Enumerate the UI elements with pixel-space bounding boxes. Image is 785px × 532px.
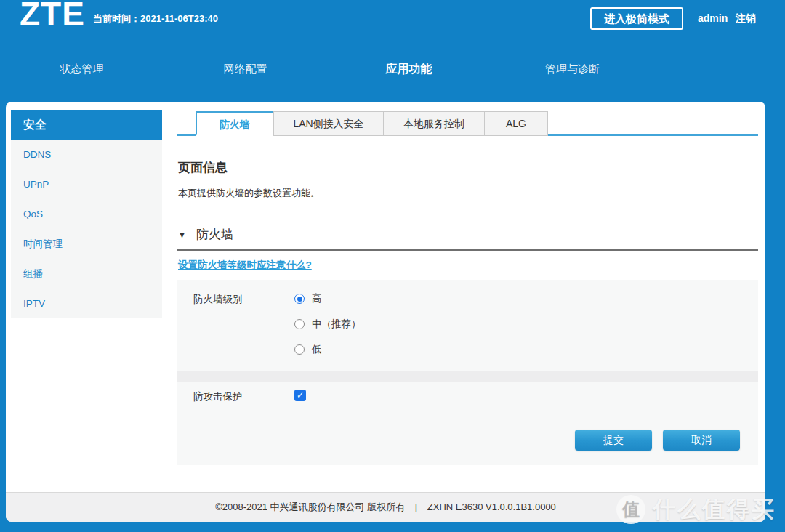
- radio-option-low[interactable]: 低: [294, 343, 361, 356]
- sidebar-item-iptv[interactable]: IPTV: [11, 289, 162, 318]
- collapse-triangle-icon: ▼: [178, 230, 186, 239]
- row-separator: [177, 371, 758, 382]
- firewall-level-label: 防火墙级别: [193, 292, 294, 368]
- sidebar-item-upnp[interactable]: UPnP: [11, 169, 162, 199]
- nav-network-config[interactable]: 网络配置: [164, 61, 327, 77]
- tab-lan-access-security[interactable]: LAN侧接入安全: [273, 111, 384, 136]
- current-time-value: 2021-11-06T23:40: [140, 13, 218, 24]
- sidebar-item-time-management[interactable]: 时间管理: [11, 229, 162, 259]
- page-info-title: 页面信息: [178, 161, 758, 175]
- current-time: 当前时间：2021-11-06T23:40: [93, 12, 218, 25]
- nav-application-features[interactable]: 应用功能: [327, 61, 491, 77]
- radio-icon[interactable]: [294, 294, 305, 304]
- logout-link[interactable]: 注销: [736, 12, 756, 25]
- radio-option-medium[interactable]: 中（推荐）: [294, 318, 361, 331]
- cancel-button[interactable]: 取消: [663, 430, 740, 451]
- radio-option-label: 高: [312, 292, 322, 305]
- firewall-section-title: 防火墙: [196, 226, 233, 243]
- radio-option-high[interactable]: 高: [294, 292, 361, 305]
- radio-icon[interactable]: [294, 344, 305, 355]
- footer-separator: |: [415, 501, 417, 512]
- sidebar: 安全 DDNS UPnP QoS 时间管理 组播 IPTV: [11, 110, 162, 318]
- nav-status-management[interactable]: 状态管理: [0, 61, 164, 77]
- footer: ©2008-2021 中兴通讯股份有限公司 版权所有 | ZXHN E3630 …: [6, 492, 765, 522]
- radio-icon[interactable]: [294, 319, 305, 329]
- enter-simple-mode-button[interactable]: 进入极简模式: [590, 7, 683, 30]
- firewall-level-help-link[interactable]: 设置防火墙等级时应注意什么?: [178, 259, 312, 272]
- sidebar-item-multicast[interactable]: 组播: [11, 259, 162, 289]
- zte-logo: ZTE: [20, 0, 85, 33]
- radio-option-label: 低: [312, 343, 322, 356]
- current-time-label: 当前时间：: [93, 13, 140, 24]
- top-navigation: 状态管理 网络配置 应用功能 管理与诊断: [0, 61, 654, 77]
- page-info-description: 本页提供防火墙的参数设置功能。: [178, 188, 758, 199]
- submit-button[interactable]: 提交: [575, 430, 652, 451]
- attack-protection-row: 防攻击保护 ✓: [177, 382, 758, 403]
- form-buttons: 提交 取消: [177, 403, 758, 465]
- content-panel: 安全 DDNS UPnP QoS 时间管理 组播 IPTV 防火墙 LAN侧接入…: [6, 102, 765, 522]
- section-divider: [177, 249, 758, 251]
- tab-firewall[interactable]: 防火墙: [196, 111, 274, 136]
- firewall-form: 防火墙级别 高 中（推荐） 低: [177, 280, 758, 465]
- attack-protection-checkbox[interactable]: ✓: [294, 390, 306, 401]
- tab-bar: 防火墙 LAN侧接入安全 本地服务控制 ALG: [177, 110, 758, 136]
- tab-local-service-control[interactable]: 本地服务控制: [383, 111, 485, 136]
- nav-management-diagnostics[interactable]: 管理与诊断: [491, 61, 654, 77]
- radio-option-label: 中（推荐）: [312, 318, 361, 331]
- sidebar-item-ddns[interactable]: DDNS: [11, 140, 162, 169]
- sidebar-item-security[interactable]: 安全: [11, 110, 162, 140]
- tab-alg[interactable]: ALG: [484, 111, 548, 136]
- firewall-section-header[interactable]: ▼ 防火墙: [178, 226, 758, 243]
- footer-version: ZXHN E3630 V1.0.0.1B1.0000: [427, 501, 556, 512]
- footer-copyright: ©2008-2021 中兴通讯股份有限公司 版权所有: [215, 501, 405, 512]
- sidebar-item-qos[interactable]: QoS: [11, 199, 162, 229]
- firewall-level-radio-group: 高 中（推荐） 低: [294, 292, 361, 368]
- username: admin: [698, 12, 728, 24]
- firewall-level-row: 防火墙级别 高 中（推荐） 低: [177, 280, 758, 368]
- attack-protection-label: 防攻击保护: [193, 390, 294, 403]
- main-content: 防火墙 LAN侧接入安全 本地服务控制 ALG 页面信息 本页提供防火墙的参数设…: [177, 110, 758, 465]
